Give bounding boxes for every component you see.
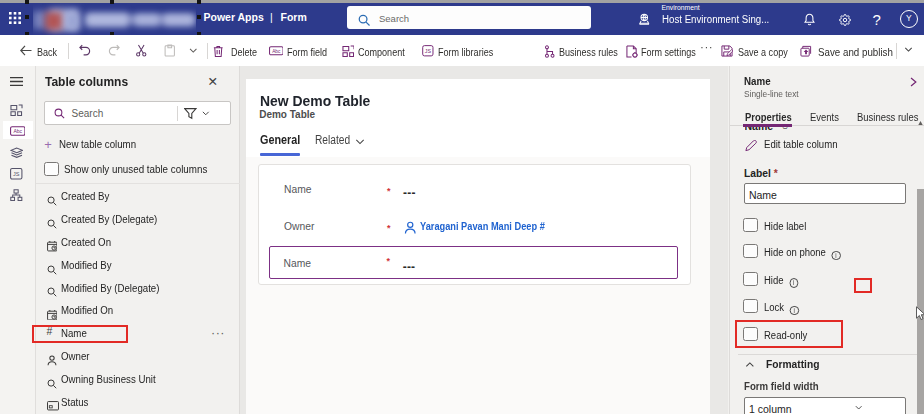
svg-text:Abc: Abc [272,49,281,54]
svg-text:Abc: Abc [13,128,22,134]
svg-text:JS: JS [425,48,432,54]
svg-text:JS: JS [13,171,20,177]
